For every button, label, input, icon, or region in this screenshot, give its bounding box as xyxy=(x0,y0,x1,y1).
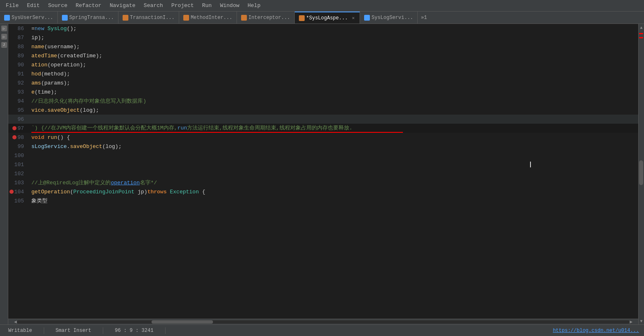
hscroll-thumb[interactable] xyxy=(152,320,213,324)
menu-refactor[interactable]: Refactor xyxy=(71,2,105,9)
line-number: 94 xyxy=(8,96,29,106)
menu-source[interactable]: Source xyxy=(44,2,71,9)
tab-syslogservi[interactable]: SysLogServi... xyxy=(360,12,418,24)
menu-run[interactable]: Run xyxy=(198,2,216,9)
java-file-icon xyxy=(364,15,370,21)
table-row: 100 xyxy=(8,151,638,160)
line-content: ation(operation); xyxy=(29,60,638,69)
line-number: 87 xyxy=(8,33,29,42)
status-bar: Writable Smart Insert 96 : 9 : 3241 http… xyxy=(0,324,644,336)
status-position[interactable]: 96 : 9 : 3241 xyxy=(111,328,157,334)
hscroll-left-arrow[interactable]: ◀ xyxy=(14,319,17,324)
tab-close-button[interactable]: ✕ xyxy=(351,15,355,21)
table-row: 99 sLogService.saveObject(log); xyxy=(8,142,638,151)
tab-transactioni[interactable]: TransactionI... xyxy=(118,12,179,24)
table-row: 95 vice.saveObject(log); xyxy=(8,106,638,115)
line-content: vice.saveObject(log); xyxy=(29,106,638,115)
table-row: 98 void run() { xyxy=(8,133,638,142)
line-number: 95 xyxy=(8,106,29,115)
line-content xyxy=(29,160,638,169)
gutter-icon-3: J xyxy=(1,42,7,48)
table-row: 105 象类型 xyxy=(8,196,638,205)
menu-project[interactable]: Project xyxy=(167,2,198,9)
error-marker xyxy=(639,33,643,34)
hscroll-right-arrow[interactable]: ▶ xyxy=(630,319,632,324)
vertical-scrollbar[interactable]: ▲ ▼ xyxy=(638,24,644,324)
line-content: hod(method); xyxy=(29,69,638,78)
code-table: 86 =new SysLog(); 87 ip); 88 name(userna… xyxy=(8,24,638,205)
menu-edit[interactable]: Edit xyxy=(23,2,44,9)
java-file-icon xyxy=(62,15,68,21)
tab-interceptor[interactable]: Interceptor... xyxy=(237,12,295,24)
line-number: 101 xyxy=(8,160,29,169)
table-row: 92 ams(params); xyxy=(8,78,638,87)
tab-label: MethodInter... xyxy=(191,15,232,21)
horizontal-scrollbar[interactable]: ◀ ▶ xyxy=(8,319,638,324)
vscroll-thumb[interactable] xyxy=(639,160,643,185)
java-file-icon xyxy=(299,15,305,21)
line-number: 105 xyxy=(8,196,29,205)
table-row: 88 name(username); xyxy=(8,42,638,51)
menu-search[interactable]: Search xyxy=(140,2,167,9)
table-row: 102 xyxy=(8,169,638,178)
tab-sysuserserv[interactable]: SysUserServ... xyxy=(0,12,58,24)
gutter-icon-2: ▷ xyxy=(1,34,7,40)
table-row: 97 `) {//在JVM内容创建一个线程对象默认会分配大概1M内存,run方法… xyxy=(8,124,638,133)
menu-window[interactable]: Window xyxy=(216,2,244,9)
line-number: 100 xyxy=(8,151,29,160)
status-writable[interactable]: Writable xyxy=(5,328,36,334)
error-marker-2 xyxy=(639,37,643,38)
java-file-icon xyxy=(4,15,10,21)
tab-label: *SysLogAspe... xyxy=(306,15,348,21)
vscroll-down-arrow[interactable]: ▼ xyxy=(639,318,643,324)
tab-methodinter[interactable]: MethodInter... xyxy=(179,12,237,24)
menu-file[interactable]: File xyxy=(2,2,23,9)
tab-label: SysLogServi... xyxy=(372,15,413,21)
java-file-icon xyxy=(241,15,247,21)
table-row: 90 ation(operation); xyxy=(8,60,638,69)
java-file-icon xyxy=(123,15,128,21)
line-number: 103 xyxy=(8,178,29,187)
tab-label: SysUserServ... xyxy=(12,15,53,21)
hscroll-track[interactable] xyxy=(17,320,630,324)
tab-bar: SysUserServ... SpringTransa... Transacti… xyxy=(0,12,644,24)
line-content xyxy=(29,169,638,178)
line-number: 99 xyxy=(8,142,29,151)
line-content: 象类型 xyxy=(29,196,638,205)
line-content: void run() { xyxy=(29,133,638,142)
line-number: 89 xyxy=(8,51,29,60)
table-row: 93 e(time); xyxy=(8,87,638,96)
line-number: 90 xyxy=(8,60,29,69)
line-content: ip); xyxy=(29,33,638,42)
line-number: 97 xyxy=(8,124,29,133)
line-content: //上@ReqiredLog注解中定义的operation名字*/ xyxy=(29,178,638,187)
tab-overflow[interactable]: »1 xyxy=(418,15,430,21)
tab-label: Interceptor... xyxy=(249,15,290,21)
editor-main: ▷ ▷ J 86 =new SysLog(); 87 ip); xyxy=(0,24,644,324)
line-content: ams(params); xyxy=(29,78,638,87)
tab-springtransaction[interactable]: SpringTransa... xyxy=(58,12,118,24)
line-content: sLogService.saveObject(log); xyxy=(29,142,638,151)
line-content: name(username); xyxy=(29,42,638,51)
menu-bar: File Edit Source Refactor Navigate Searc… xyxy=(0,0,644,12)
status-smart-insert[interactable]: Smart Insert xyxy=(52,328,95,334)
line-content: atedTime(createdTime); xyxy=(29,51,638,60)
line-number: 88 xyxy=(8,42,29,51)
line-number: 92 xyxy=(8,78,29,87)
status-separator-2 xyxy=(103,327,103,334)
menu-navigate[interactable]: Navigate xyxy=(106,2,140,9)
table-row: 96 xyxy=(8,115,638,124)
table-row: 94 //日志持久化(将内存中对象信息写入到数据库) xyxy=(8,96,638,106)
menu-help[interactable]: Help xyxy=(244,2,265,9)
tab-syslogaspe[interactable]: *SysLogAspe... ✕ xyxy=(295,12,360,24)
table-row: 101 xyxy=(8,160,638,169)
code-editor[interactable]: 86 =new SysLog(); 87 ip); 88 name(userna… xyxy=(8,24,638,324)
line-content: `) {//在JVM内容创建一个线程对象默认会分配大概1M内存,run方法运行结… xyxy=(29,124,638,133)
vscroll-up-arrow[interactable]: ▲ xyxy=(639,25,643,31)
line-content xyxy=(29,115,638,124)
status-link[interactable]: https://blog.csdn.net/u014... xyxy=(553,328,639,334)
code-scroll-area[interactable]: 86 =new SysLog(); 87 ip); 88 name(userna… xyxy=(8,24,638,319)
line-content: e(time); xyxy=(29,87,638,96)
gutter-icon-1: ▷ xyxy=(1,26,7,31)
line-content xyxy=(29,151,638,160)
